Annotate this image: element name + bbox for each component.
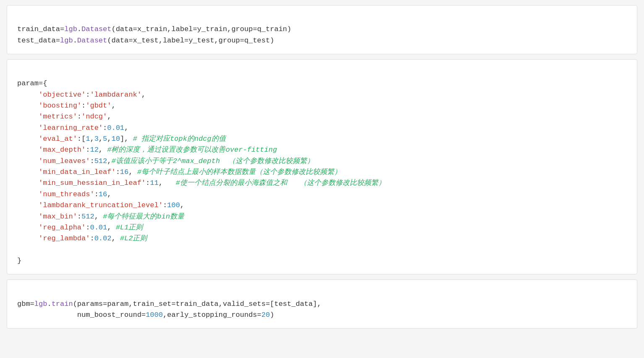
code-block-3: gbm=lgb.train(params=param,train_set=tra…	[7, 279, 637, 329]
code-line: train_data=lgb.Dataset(data=x_train,labe…	[17, 25, 291, 44]
code-line: param={ 'objective':'lambdarank', 'boost…	[17, 79, 385, 265]
code-block-2: param={ 'objective':'lambdarank', 'boost…	[7, 59, 637, 274]
code-block-1: train_data=lgb.Dataset(data=x_train,labe…	[7, 5, 637, 54]
code-line: gbm=lgb.train(params=param,train_set=tra…	[17, 300, 321, 319]
